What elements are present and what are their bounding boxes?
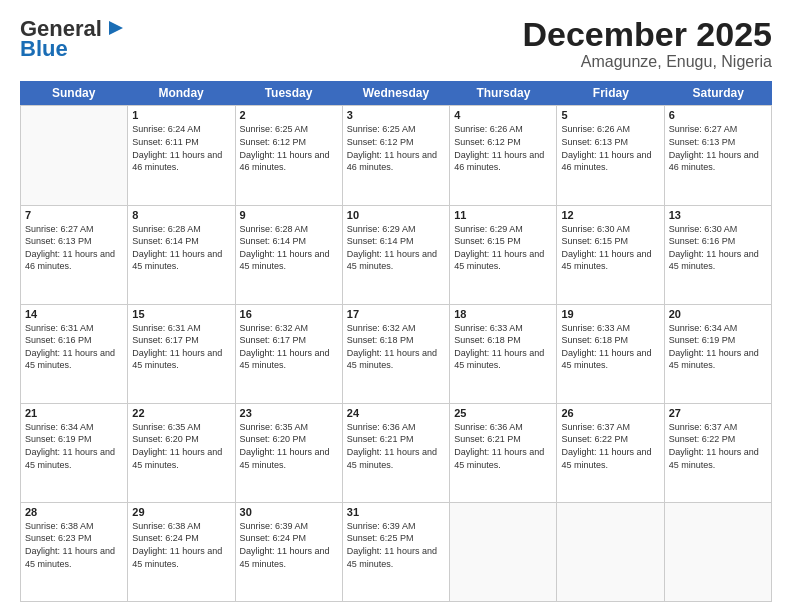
sunset-text: Sunset: 6:14 PM — [347, 236, 414, 246]
day-number: 14 — [25, 308, 123, 320]
sunset-text: Sunset: 6:12 PM — [347, 137, 414, 147]
calendar-cell — [557, 503, 664, 601]
cell-info: Sunrise: 6:33 AMSunset: 6:18 PMDaylight:… — [454, 322, 552, 372]
cell-info: Sunrise: 6:38 AMSunset: 6:24 PMDaylight:… — [132, 520, 230, 570]
calendar-cell: 4Sunrise: 6:26 AMSunset: 6:12 PMDaylight… — [450, 106, 557, 204]
sunrise-text: Sunrise: 6:37 AM — [669, 422, 738, 432]
cell-info: Sunrise: 6:38 AMSunset: 6:23 PMDaylight:… — [25, 520, 123, 570]
sunrise-text: Sunrise: 6:28 AM — [132, 224, 201, 234]
day-number: 10 — [347, 209, 445, 221]
day-number: 6 — [669, 109, 767, 121]
calendar-cell: 28Sunrise: 6:38 AMSunset: 6:23 PMDayligh… — [21, 503, 128, 601]
calendar-row-3: 14Sunrise: 6:31 AMSunset: 6:16 PMDayligh… — [21, 304, 772, 403]
day-number: 16 — [240, 308, 338, 320]
sunset-text: Sunset: 6:16 PM — [25, 335, 92, 345]
daylight-text: Daylight: 11 hours and 46 minutes. — [454, 150, 544, 173]
weekday-header-friday: Friday — [557, 81, 664, 105]
cell-info: Sunrise: 6:30 AMSunset: 6:15 PMDaylight:… — [561, 223, 659, 273]
daylight-text: Daylight: 11 hours and 45 minutes. — [347, 348, 437, 371]
day-number: 18 — [454, 308, 552, 320]
sunset-text: Sunset: 6:25 PM — [347, 533, 414, 543]
sunset-text: Sunset: 6:20 PM — [240, 434, 307, 444]
day-number: 1 — [132, 109, 230, 121]
daylight-text: Daylight: 11 hours and 45 minutes. — [240, 447, 330, 470]
sunrise-text: Sunrise: 6:31 AM — [132, 323, 201, 333]
daylight-text: Daylight: 11 hours and 45 minutes. — [347, 249, 437, 272]
day-number: 31 — [347, 506, 445, 518]
logo: General Blue — [20, 16, 127, 62]
calendar-cell: 22Sunrise: 6:35 AMSunset: 6:20 PMDayligh… — [128, 404, 235, 502]
title-block: December 2025 Amagunze, Enugu, Nigeria — [522, 16, 772, 71]
daylight-text: Daylight: 11 hours and 45 minutes. — [669, 348, 759, 371]
day-number: 27 — [669, 407, 767, 419]
daylight-text: Daylight: 11 hours and 45 minutes. — [454, 447, 544, 470]
daylight-text: Daylight: 11 hours and 45 minutes. — [669, 447, 759, 470]
weekday-header-wednesday: Wednesday — [342, 81, 449, 105]
cell-info: Sunrise: 6:26 AMSunset: 6:12 PMDaylight:… — [454, 123, 552, 173]
daylight-text: Daylight: 11 hours and 45 minutes. — [561, 348, 651, 371]
day-number: 2 — [240, 109, 338, 121]
calendar-cell: 23Sunrise: 6:35 AMSunset: 6:20 PMDayligh… — [236, 404, 343, 502]
sunset-text: Sunset: 6:20 PM — [132, 434, 199, 444]
sunrise-text: Sunrise: 6:27 AM — [25, 224, 94, 234]
sunrise-text: Sunrise: 6:36 AM — [347, 422, 416, 432]
sunset-text: Sunset: 6:22 PM — [561, 434, 628, 444]
calendar-cell: 19Sunrise: 6:33 AMSunset: 6:18 PMDayligh… — [557, 305, 664, 403]
sunrise-text: Sunrise: 6:25 AM — [347, 124, 416, 134]
sunrise-text: Sunrise: 6:33 AM — [454, 323, 523, 333]
sunrise-text: Sunrise: 6:37 AM — [561, 422, 630, 432]
daylight-text: Daylight: 11 hours and 46 minutes. — [240, 150, 330, 173]
day-number: 4 — [454, 109, 552, 121]
daylight-text: Daylight: 11 hours and 45 minutes. — [240, 348, 330, 371]
cell-info: Sunrise: 6:28 AMSunset: 6:14 PMDaylight:… — [132, 223, 230, 273]
cell-info: Sunrise: 6:35 AMSunset: 6:20 PMDaylight:… — [132, 421, 230, 471]
day-number: 20 — [669, 308, 767, 320]
sunset-text: Sunset: 6:12 PM — [240, 137, 307, 147]
day-number: 7 — [25, 209, 123, 221]
sunset-text: Sunset: 6:24 PM — [132, 533, 199, 543]
sunrise-text: Sunrise: 6:24 AM — [132, 124, 201, 134]
sunrise-text: Sunrise: 6:32 AM — [347, 323, 416, 333]
calendar-cell: 9Sunrise: 6:28 AMSunset: 6:14 PMDaylight… — [236, 206, 343, 304]
calendar-row-2: 7Sunrise: 6:27 AMSunset: 6:13 PMDaylight… — [21, 205, 772, 304]
sunrise-text: Sunrise: 6:33 AM — [561, 323, 630, 333]
sunrise-text: Sunrise: 6:28 AM — [240, 224, 309, 234]
day-number: 5 — [561, 109, 659, 121]
daylight-text: Daylight: 11 hours and 45 minutes. — [132, 447, 222, 470]
sunrise-text: Sunrise: 6:34 AM — [25, 422, 94, 432]
sunset-text: Sunset: 6:15 PM — [454, 236, 521, 246]
cell-info: Sunrise: 6:24 AMSunset: 6:11 PMDaylight:… — [132, 123, 230, 173]
calendar-cell: 16Sunrise: 6:32 AMSunset: 6:17 PMDayligh… — [236, 305, 343, 403]
daylight-text: Daylight: 11 hours and 45 minutes. — [132, 546, 222, 569]
sunset-text: Sunset: 6:13 PM — [669, 137, 736, 147]
cell-info: Sunrise: 6:37 AMSunset: 6:22 PMDaylight:… — [561, 421, 659, 471]
daylight-text: Daylight: 11 hours and 45 minutes. — [25, 447, 115, 470]
daylight-text: Daylight: 11 hours and 45 minutes. — [132, 348, 222, 371]
day-number: 3 — [347, 109, 445, 121]
sunset-text: Sunset: 6:17 PM — [240, 335, 307, 345]
cell-info: Sunrise: 6:34 AMSunset: 6:19 PMDaylight:… — [25, 421, 123, 471]
day-number: 13 — [669, 209, 767, 221]
day-number: 21 — [25, 407, 123, 419]
sunrise-text: Sunrise: 6:30 AM — [561, 224, 630, 234]
sunset-text: Sunset: 6:14 PM — [132, 236, 199, 246]
month-title: December 2025 — [522, 16, 772, 53]
daylight-text: Daylight: 11 hours and 45 minutes. — [561, 249, 651, 272]
sunrise-text: Sunrise: 6:32 AM — [240, 323, 309, 333]
sunset-text: Sunset: 6:15 PM — [561, 236, 628, 246]
calendar-row-5: 28Sunrise: 6:38 AMSunset: 6:23 PMDayligh… — [21, 502, 772, 601]
day-number: 25 — [454, 407, 552, 419]
sunrise-text: Sunrise: 6:39 AM — [240, 521, 309, 531]
cell-info: Sunrise: 6:33 AMSunset: 6:18 PMDaylight:… — [561, 322, 659, 372]
header: General Blue December 2025 Amagunze, Enu… — [20, 16, 772, 71]
cell-info: Sunrise: 6:27 AMSunset: 6:13 PMDaylight:… — [25, 223, 123, 273]
daylight-text: Daylight: 11 hours and 46 minutes. — [25, 249, 115, 272]
calendar-cell: 20Sunrise: 6:34 AMSunset: 6:19 PMDayligh… — [665, 305, 772, 403]
page: General Blue December 2025 Amagunze, Enu… — [0, 0, 792, 612]
daylight-text: Daylight: 11 hours and 45 minutes. — [561, 447, 651, 470]
calendar-cell — [21, 106, 128, 204]
logo-blue-text: Blue — [20, 36, 68, 62]
calendar-cell: 5Sunrise: 6:26 AMSunset: 6:13 PMDaylight… — [557, 106, 664, 204]
daylight-text: Daylight: 11 hours and 46 minutes. — [669, 150, 759, 173]
day-number: 19 — [561, 308, 659, 320]
